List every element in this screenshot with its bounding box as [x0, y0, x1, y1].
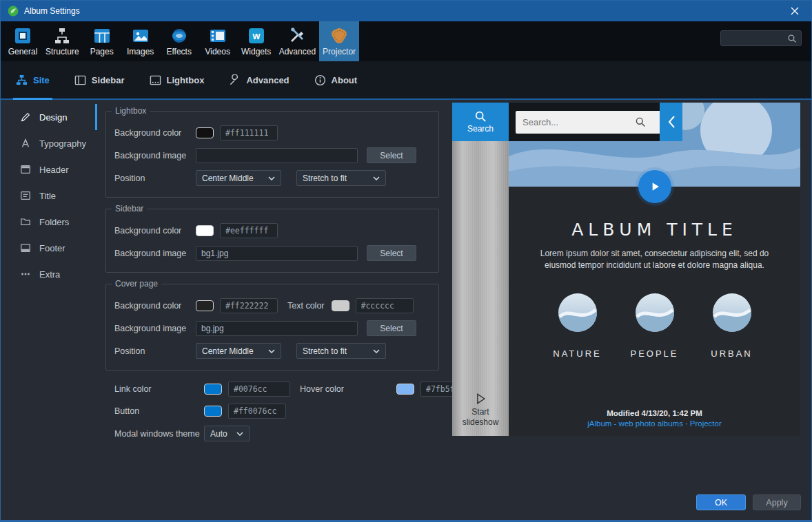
subtab-site[interactable]: Site	[16, 61, 50, 98]
cover-scale-dropdown[interactable]: Stretch to fit	[296, 343, 386, 359]
titlebar: Album Settings	[1, 1, 811, 21]
apply-button[interactable]: Apply	[753, 494, 801, 510]
sidebar-group-legend: Sidebar	[112, 204, 147, 213]
sidebar-bg-image-select-button[interactable]: Select	[367, 245, 416, 261]
settings-content: Lightbox Background color Background ima…	[105, 111, 439, 448]
cover-text-color-swatch[interactable]	[332, 300, 349, 311]
wrench-icon	[229, 74, 241, 86]
album-preview: Search Start slideshow ALBUM TITLE	[452, 103, 800, 436]
lightbox-bg-image-input[interactable]	[196, 148, 358, 163]
folder-people[interactable]: PEOPLE	[636, 293, 674, 359]
collapse-panel-button[interactable]	[660, 103, 682, 141]
toolbar-tab-videos[interactable]: Videos	[199, 21, 237, 61]
ok-button[interactable]: OK	[696, 494, 746, 510]
window-title: Album Settings	[24, 6, 80, 16]
lightbox-group-legend: Lightbox	[112, 106, 150, 116]
lightbox-bg-image-select-button[interactable]: Select	[367, 147, 416, 163]
folder-urban[interactable]: URBAN	[713, 293, 751, 359]
toolbar-search-input[interactable]	[725, 34, 787, 43]
button-color-input[interactable]	[228, 404, 286, 419]
toolbar-tab-general[interactable]: General	[3, 21, 42, 61]
videos-icon	[209, 27, 227, 45]
effects-icon	[170, 27, 188, 45]
sidenav-item-title[interactable]: Title	[1, 182, 97, 209]
lightbox-scale-dropdown[interactable]: Stretch to fit	[296, 170, 386, 186]
projector-icon	[330, 27, 348, 45]
play-outline-icon	[474, 392, 487, 406]
preview-search-button[interactable]: Search	[452, 103, 509, 141]
cover-bg-color-row: Background color Text color	[114, 298, 430, 313]
sidenav-item-footer[interactable]: Footer	[1, 235, 97, 261]
sidenav-item-design[interactable]: Design	[1, 104, 97, 130]
projector-link[interactable]: Projector	[690, 419, 722, 428]
cover-position-dropdown[interactable]: Center Middle	[196, 343, 281, 359]
sidebar-bg-color-input[interactable]	[220, 223, 278, 238]
toolbar-tab-images[interactable]: Images	[121, 21, 160, 61]
svg-text:w: w	[252, 30, 260, 41]
main-area: Design Typography Header Title Folders F…	[1, 100, 811, 520]
toolbar-search	[720, 30, 802, 46]
typography-icon	[20, 138, 31, 149]
lightbox-icon	[150, 74, 161, 86]
toolbar: General Structure Pages Images Effects V…	[1, 21, 811, 61]
folder-nature[interactable]: NATURE	[558, 293, 597, 359]
structure-icon	[53, 27, 71, 45]
modal-theme-dropdown[interactable]: Auto	[204, 426, 250, 441]
toolbar-tab-structure[interactable]: Structure	[42, 21, 83, 61]
subtab-about[interactable]: About	[314, 61, 358, 98]
subtab-advanced[interactable]: Advanced	[229, 61, 289, 98]
hover-color-swatch[interactable]	[396, 384, 414, 395]
subtab-lightbox[interactable]: Lightbox	[150, 61, 205, 98]
sidebar-bg-color-swatch[interactable]	[196, 225, 214, 236]
modal-theme-row: Modal windows theme Auto	[114, 426, 439, 441]
magnifier-icon[interactable]	[635, 116, 646, 127]
preview-search-bar	[509, 103, 660, 141]
lightbox-bg-color-swatch[interactable]	[196, 127, 214, 138]
folder-thumbnails: NATURE PEOPLE URBAN	[509, 293, 800, 359]
sidenav-item-folders[interactable]: Folders	[1, 209, 97, 235]
toolbar-tab-pages[interactable]: Pages	[83, 21, 121, 61]
sidebar-bg-image-input[interactable]	[196, 246, 358, 261]
play-button[interactable]	[638, 170, 671, 203]
subtab-sidebar[interactable]: Sidebar	[74, 61, 125, 98]
toolbar-tab-effects[interactable]: Effects	[160, 21, 199, 61]
link-color-input[interactable]	[228, 382, 290, 397]
lightbox-position-dropdown[interactable]: Center Middle	[196, 170, 281, 186]
chevron-left-icon	[667, 115, 676, 129]
folder-thumbnail	[636, 293, 674, 332]
general-icon	[14, 27, 32, 45]
close-icon[interactable]	[785, 3, 804, 19]
button-color-swatch[interactable]	[204, 406, 222, 417]
album-description: Lorem ipsum dolor sit amet, consectetur …	[534, 248, 776, 271]
ellipsis-icon	[20, 269, 31, 280]
cover-bg-color-input[interactable]	[220, 298, 278, 313]
toolbar-tab-widgets[interactable]: w Widgets	[237, 21, 276, 61]
cover-text-color-input[interactable]	[356, 298, 414, 313]
play-icon	[648, 180, 662, 194]
start-slideshow-button[interactable]: Start slideshow	[458, 392, 503, 428]
sidenav-item-typography[interactable]: Typography	[1, 130, 97, 156]
cover-position-row: Position Center Middle Stretch to fit	[114, 343, 430, 359]
toolbar-tab-projector[interactable]: Projector	[319, 21, 359, 61]
album-title: ALBUM TITLE	[509, 220, 800, 240]
widgets-icon: w	[247, 27, 265, 45]
cover-bg-image-select-button[interactable]: Select	[367, 320, 416, 336]
lightbox-position-row: Position Center Middle Stretch to fit	[114, 170, 430, 186]
sidenav-item-extra[interactable]: Extra	[1, 261, 97, 287]
chevron-down-icon	[373, 349, 380, 353]
sidenav-item-header[interactable]: Header	[1, 156, 97, 182]
chevron-down-icon	[268, 176, 275, 180]
folders-icon	[20, 216, 31, 227]
lightbox-bg-color-input[interactable]	[220, 125, 278, 140]
toolbar-tab-advanced[interactable]: Advanced	[276, 21, 319, 61]
link-color-swatch[interactable]	[204, 384, 222, 395]
cover-bg-image-row: Background image Select	[114, 320, 430, 336]
settings-sidenav: Design Typography Header Title Folders F…	[1, 104, 97, 287]
folder-thumbnail	[558, 293, 597, 332]
pages-icon	[93, 27, 111, 45]
cover-bg-color-swatch[interactable]	[196, 300, 214, 311]
cover-page-group-legend: Cover page	[112, 279, 161, 289]
cover-bg-image-input[interactable]	[196, 321, 358, 336]
lightbox-group: Lightbox Background color Background ima…	[105, 111, 439, 198]
jalbum-link[interactable]: jAlbum - web photo albums	[587, 419, 683, 428]
